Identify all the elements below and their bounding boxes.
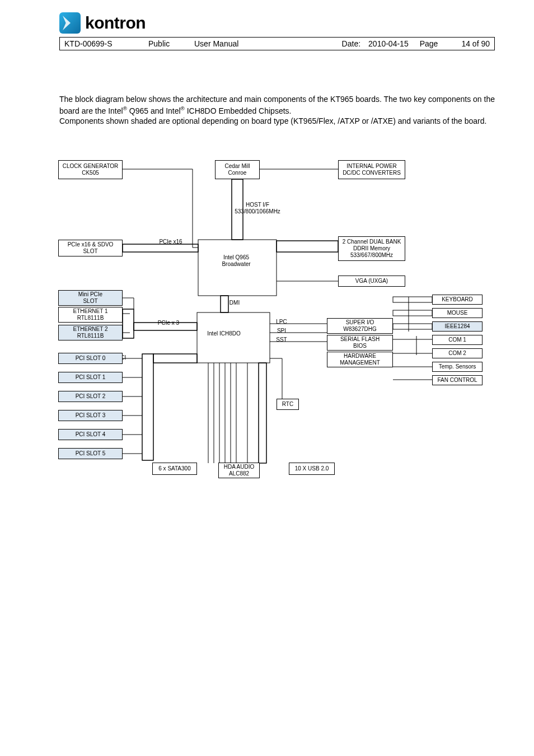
- svg-rect-15: [123, 309, 134, 338]
- temp-sensors-box: Temp. Sensors: [432, 362, 483, 372]
- pcie-x16-label: PCIe x16: [154, 238, 187, 246]
- host-if-label: HOST I/F 533/800/1066MHz: [224, 200, 291, 216]
- svg-rect-52: [259, 363, 266, 463]
- logo: kontron: [59, 12, 495, 34]
- hw-management-box: HARDWARE MANAGEMENT: [327, 352, 393, 367]
- svg-rect-35: [142, 354, 153, 460]
- doc-type: User Manual: [194, 39, 238, 48]
- keyboard-box: KEYBOARD: [432, 295, 483, 305]
- ddr-box: 2 Channel DUAL BANK DDRII Memory 533/667…: [338, 236, 405, 261]
- ieee1284-box: IEEE1284: [432, 321, 483, 332]
- pci-slot-1-box: PCI SLOT 1: [58, 372, 123, 383]
- date-label: Date:: [342, 39, 360, 48]
- rtc-box: RTC: [277, 399, 299, 410]
- vga-box: VGA (UXGA): [338, 276, 405, 287]
- registered-mark: ®: [123, 105, 127, 111]
- pci-slot-3-box: PCI SLOT 3: [58, 410, 123, 421]
- usb-box: 10 X USB 2.0: [289, 463, 335, 475]
- mouse-box: MOUSE: [432, 308, 483, 318]
- internal-power-box: INTERNAL POWER DC/DC CONVERTERS: [338, 160, 405, 179]
- mini-pcie-box: Mini PCIe SLOT: [58, 290, 123, 306]
- lpc-label: LPC: [273, 318, 290, 326]
- svg-rect-8: [277, 241, 338, 252]
- sata-box: 6 x SATA300: [152, 463, 197, 475]
- pcie-x16-slot-box: PCIe x16 & SDVO SLOT: [58, 240, 123, 256]
- serial-flash-box: SERIAL FLASH BIOS: [327, 335, 393, 351]
- doc-id: KTD-00699-S: [64, 39, 126, 48]
- superio-box: SUPER I/O W83627DHG: [327, 318, 393, 334]
- intro-part2: Q965 and Intel: [127, 106, 181, 115]
- pci-slot-2-box: PCI SLOT 2: [58, 391, 123, 402]
- intro-part4: Components shown shaded are optional dep…: [59, 116, 486, 125]
- svg-rect-7: [277, 241, 338, 252]
- registered-mark: ®: [181, 105, 185, 111]
- doc-classification: Public: [148, 39, 172, 48]
- svg-rect-28: [393, 324, 432, 329]
- fan-control-box: FAN CONTROL: [432, 375, 483, 385]
- svg-rect-53: [259, 363, 266, 463]
- svg-rect-26: [393, 297, 432, 302]
- page-label: Page: [420, 39, 438, 48]
- svg-rect-38: [153, 354, 197, 363]
- svg-rect-37: [153, 354, 197, 363]
- pcie-x3-label: PCIe x 3: [154, 319, 182, 327]
- pci-slot-5-box: PCI SLOT 5: [58, 448, 123, 459]
- dmi-label: DMI: [226, 299, 243, 307]
- com1-box: COM 1: [432, 335, 483, 345]
- block-diagram: CLOCK GENERATOR CK505 Cedar Mill Conroe …: [58, 158, 484, 477]
- svg-rect-36: [142, 354, 153, 460]
- spi-label: SPI: [273, 327, 290, 335]
- logo-text: kontron: [85, 13, 146, 32]
- ich8do-label: Intel ICH8DO: [202, 329, 246, 338]
- date-value: 2010-04-15: [368, 39, 409, 48]
- svg-rect-16: [123, 309, 134, 338]
- logo-icon: [59, 12, 81, 34]
- hda-audio-box: HDA AUDIO ALC882: [218, 463, 260, 478]
- svg-rect-27: [393, 310, 432, 316]
- ethernet2-box: ETHERNET 2 RTL8111B: [58, 325, 123, 340]
- q965-label: Intel Q965 Broadwater: [203, 253, 270, 269]
- intro-part3: ICH8DO Embedded Chipsets.: [185, 106, 292, 115]
- page-value: 14 of 90: [461, 39, 490, 48]
- ethernet1-box: ETHERNET 1 RTL8111B: [58, 307, 123, 323]
- intro-text: The block diagram below shows the archit…: [59, 94, 495, 127]
- sst-label: SST: [273, 336, 290, 344]
- com2-box: COM 2: [432, 348, 483, 358]
- document-header: KTD-00699-S Public User Manual Date: 201…: [59, 37, 495, 50]
- pci-slot-0-box: PCI SLOT 0: [58, 353, 123, 364]
- pci-slot-4-box: PCI SLOT 4: [58, 429, 123, 440]
- clock-generator-box: CLOCK GENERATOR CK505: [58, 160, 123, 179]
- cpu-box: Cedar Mill Conroe: [215, 160, 260, 179]
